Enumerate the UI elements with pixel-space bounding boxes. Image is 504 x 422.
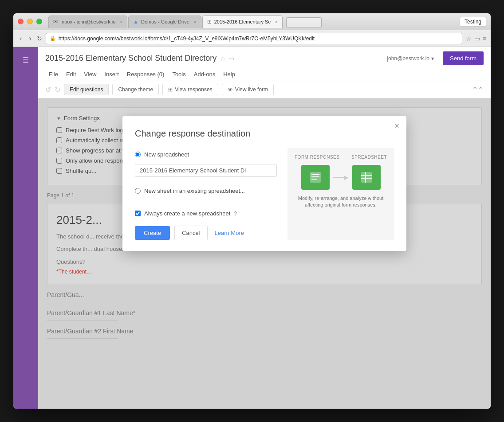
url-bar[interactable]: 🔒 https://docs.google.com/a/bestwork.io/… bbox=[46, 33, 462, 44]
bookmark-icon[interactable]: ☆ bbox=[466, 35, 472, 42]
cancel-button[interactable]: Cancel bbox=[174, 226, 207, 240]
diagram-caption: Modify, re-arrange, and analyze without … bbox=[295, 195, 387, 209]
back-button[interactable]: ‹ bbox=[18, 34, 24, 43]
address-bar-icons: ☆ ▭ ≡ bbox=[466, 35, 486, 42]
sidebar: ☰ bbox=[13, 47, 38, 409]
sidebar-menu-icon[interactable]: ☰ bbox=[19, 52, 32, 68]
address-bar: ‹ › ↻ 🔒 https://docs.google.com/a/bestwo… bbox=[13, 30, 491, 47]
form-responses-label: FORM RESPONSES bbox=[295, 155, 339, 160]
folder-icon[interactable]: ▭ bbox=[228, 55, 234, 62]
tab-forms[interactable]: ⊞ 2015-2016 Elementary Sc × bbox=[202, 16, 283, 28]
menu-view[interactable]: View bbox=[80, 70, 100, 79]
modal-overlay: × Change response destination New spread… bbox=[38, 98, 491, 409]
user-info: john@bestwork.io ▾ bbox=[387, 55, 434, 62]
main-area: 2015-2016 Elementary School Student Dire… bbox=[38, 47, 491, 409]
gmail-icon: ✉ bbox=[53, 19, 58, 25]
tab-gmail-close[interactable]: × bbox=[120, 20, 122, 24]
modal-body: New spreadsheet New sheet in an existing… bbox=[135, 148, 394, 240]
star-icon[interactable]: ☆ bbox=[220, 55, 226, 62]
page-title: 2015-2016 Elementary School Student Dire… bbox=[45, 54, 217, 63]
radio-new-spreadsheet: New spreadsheet bbox=[135, 151, 277, 158]
menu-bar: File Edit View Insert Responses (0) Tool… bbox=[45, 68, 484, 81]
always-create-checkbox[interactable] bbox=[135, 211, 141, 216]
tab-forms-close[interactable]: × bbox=[275, 20, 278, 24]
spreadsheet-name-input[interactable] bbox=[135, 164, 277, 177]
tab-drive-close[interactable]: × bbox=[194, 20, 197, 24]
tab-drive[interactable]: ▲ Demos - Google Drive × bbox=[128, 16, 201, 28]
radio-existing-sheet-input[interactable] bbox=[135, 188, 141, 194]
spreadsheet-grid-icon bbox=[359, 170, 374, 184]
traffic-lights bbox=[18, 19, 42, 24]
reader-icon[interactable]: ▭ bbox=[474, 35, 480, 42]
radio-existing-sheet: New sheet in an existing spreadsheet... bbox=[135, 188, 277, 194]
view-live-form-button[interactable]: 👁 View live form bbox=[222, 84, 274, 95]
form-body: ▼ Form Settings Require Best Work login … bbox=[38, 98, 491, 409]
app-content: ☰ 2015-2016 Elementary School Student Di… bbox=[13, 47, 491, 409]
eye-icon: 👁 bbox=[228, 86, 233, 93]
refresh-button[interactable]: ↻ bbox=[37, 35, 42, 42]
menu-edit[interactable]: Edit bbox=[63, 70, 79, 79]
tab-gmail[interactable]: ✉ Inbox - john@bestwork.io × bbox=[48, 16, 127, 28]
always-create-help-icon[interactable]: ? bbox=[234, 211, 237, 217]
learn-more-button[interactable]: Learn More bbox=[212, 230, 247, 236]
svg-rect-2 bbox=[311, 176, 319, 177]
diagram-area: ▶ bbox=[301, 165, 381, 190]
minimize-button[interactable] bbox=[27, 19, 33, 24]
always-create-label: Always create a new spreadsheet bbox=[144, 210, 230, 217]
modal-left: New spreadsheet New sheet in an existing… bbox=[135, 148, 277, 240]
svg-rect-3 bbox=[311, 179, 317, 180]
menu-help[interactable]: Help bbox=[220, 70, 239, 79]
redo-button[interactable]: ↻ bbox=[55, 86, 60, 94]
browser-window: ✉ Inbox - john@bestwork.io × ▲ Demos - G… bbox=[13, 13, 491, 409]
form-diagram-box bbox=[301, 165, 330, 190]
radio-existing-sheet-label: New sheet in an existing spreadsheet... bbox=[144, 188, 245, 194]
form-title-icons: ☆ ▭ bbox=[220, 55, 234, 62]
new-tab-input bbox=[286, 17, 322, 28]
user-dropdown-icon[interactable]: ▾ bbox=[431, 55, 434, 62]
view-responses-button[interactable]: ⊞ View responses bbox=[162, 84, 218, 95]
maximize-button[interactable] bbox=[36, 19, 42, 24]
spreadsheet-label: SPREADSHEET bbox=[351, 155, 387, 160]
undo-button[interactable]: ↺ bbox=[45, 86, 51, 94]
menu-addons[interactable]: Add-ons bbox=[190, 70, 219, 79]
radio-new-spreadsheet-input[interactable] bbox=[135, 152, 141, 157]
menu-icon[interactable]: ≡ bbox=[483, 35, 486, 42]
forms-icon: ⊞ bbox=[207, 19, 212, 25]
menu-responses[interactable]: Responses (0) bbox=[123, 70, 168, 79]
tabs-area: ✉ Inbox - john@bestwork.io × ▲ Demos - G… bbox=[47, 16, 456, 28]
send-form-button[interactable]: Send form bbox=[443, 51, 484, 65]
form-header: 2015-2016 Elementary School Student Dire… bbox=[38, 47, 491, 81]
lock-icon: 🔒 bbox=[50, 35, 56, 41]
collapse-button[interactable]: ⌃⌃ bbox=[472, 86, 484, 94]
always-create-row: Always create a new spreadsheet ? bbox=[135, 210, 277, 217]
title-bar-right: Testing bbox=[460, 17, 486, 27]
form-list-icon bbox=[308, 170, 323, 184]
radio-new-spreadsheet-label: New spreadsheet bbox=[144, 151, 189, 158]
url-text: https://docs.google.com/a/bestwork.io/fo… bbox=[59, 35, 458, 42]
modal-right-diagram: FORM RESPONSES SPREADSHEET bbox=[287, 148, 394, 240]
forward-button[interactable]: › bbox=[27, 34, 33, 43]
menu-tools[interactable]: Tools bbox=[169, 70, 189, 79]
user-email: john@bestwork.io bbox=[387, 55, 429, 62]
change-theme-button[interactable]: Change theme bbox=[112, 84, 159, 95]
svg-rect-4 bbox=[361, 172, 372, 183]
tab-gmail-label: Inbox - john@bestwork.io bbox=[60, 19, 115, 24]
close-button[interactable] bbox=[18, 19, 24, 24]
drive-icon: ▲ bbox=[133, 19, 138, 25]
create-button[interactable]: Create bbox=[135, 226, 170, 240]
tab-drive-label: Demos - Google Drive bbox=[141, 19, 189, 24]
menu-file[interactable]: File bbox=[45, 70, 62, 79]
edit-questions-button[interactable]: Edit questions bbox=[64, 84, 109, 95]
toolbar: ↺ ↻ Edit questions Change theme ⊞ View r… bbox=[38, 81, 491, 98]
tab-forms-label: 2015-2016 Elementary Sc bbox=[214, 19, 271, 24]
testing-badge[interactable]: Testing bbox=[460, 17, 486, 27]
modal-actions: Create Cancel Learn More bbox=[135, 226, 277, 240]
modal-title: Change response destination bbox=[135, 129, 394, 139]
change-response-destination-modal: × Change response destination New spread… bbox=[122, 116, 406, 251]
modal-close-button[interactable]: × bbox=[394, 121, 399, 131]
spreadsheet-diagram-box bbox=[352, 165, 381, 190]
diagram-connector: ▶ bbox=[333, 174, 349, 181]
spreadsheet-icon: ⊞ bbox=[168, 86, 173, 93]
diagram-labels: FORM RESPONSES SPREADSHEET bbox=[295, 155, 387, 160]
menu-insert[interactable]: Insert bbox=[101, 70, 122, 79]
